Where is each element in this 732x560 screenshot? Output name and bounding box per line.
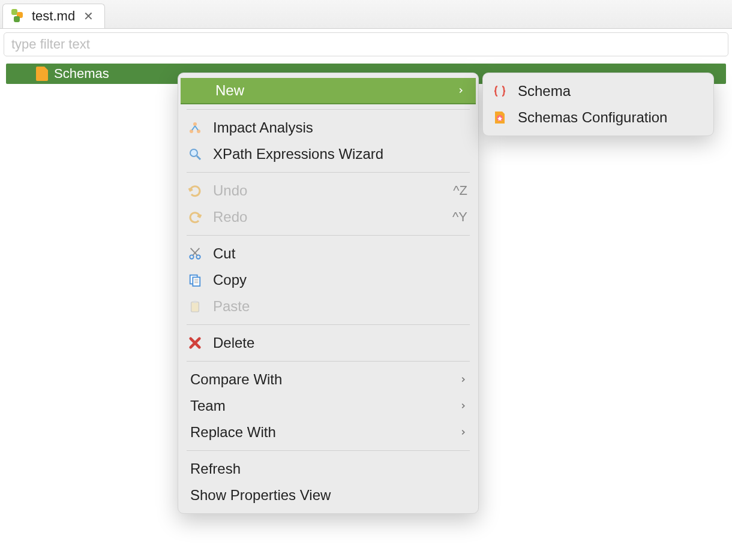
menu-separator bbox=[187, 361, 470, 362]
svg-point-5 bbox=[190, 255, 193, 258]
menu-item-label: Redo bbox=[213, 209, 443, 225]
tree-item-label: Schemas bbox=[54, 66, 109, 82]
menu-item-label: Refresh bbox=[190, 460, 467, 477]
menu-item-label: Show Properties View bbox=[190, 487, 467, 504]
context-submenu-new: Schema Schemas Configuration bbox=[482, 73, 714, 136]
impact-icon bbox=[187, 119, 203, 136]
chevron-right-icon bbox=[459, 399, 467, 413]
menu-item-label: Undo bbox=[213, 182, 443, 199]
tab-label: test.md bbox=[32, 8, 75, 24]
menu-item-delete[interactable]: Delete bbox=[178, 330, 478, 356]
menu-item-compare-with[interactable]: Compare With bbox=[178, 366, 478, 393]
context-menu: New Impact Analysis XPath Expressions Wi… bbox=[178, 73, 479, 514]
menu-item-impact-analysis[interactable]: Impact Analysis bbox=[178, 115, 478, 141]
chevron-right-icon bbox=[459, 426, 467, 439]
delete-icon bbox=[187, 335, 203, 351]
paste-icon bbox=[187, 298, 203, 315]
menu-separator bbox=[187, 324, 470, 325]
menu-shortcut: ^Z bbox=[453, 183, 467, 198]
menu-item-redo: Redo ^Y bbox=[178, 204, 478, 230]
svg-point-6 bbox=[196, 255, 200, 258]
menu-item-replace-with[interactable]: Replace With bbox=[178, 419, 478, 445]
cut-icon bbox=[187, 245, 203, 262]
filter-input[interactable] bbox=[4, 32, 728, 56]
menu-item-label: Replace With bbox=[190, 424, 449, 441]
file-icon bbox=[11, 9, 26, 23]
menu-item-paste: Paste bbox=[178, 293, 478, 320]
braces-icon bbox=[491, 83, 508, 100]
menu-shortcut: ^Y bbox=[452, 209, 467, 225]
menu-item-label: Delete bbox=[213, 335, 467, 351]
svg-rect-10 bbox=[193, 277, 200, 286]
submenu-item-schema[interactable]: Schema bbox=[483, 78, 713, 104]
menu-item-label: Compare With bbox=[190, 371, 449, 388]
menu-item-label: Copy bbox=[213, 272, 467, 288]
menu-item-label: XPath Expressions Wizard bbox=[213, 146, 467, 162]
menu-separator bbox=[187, 109, 470, 110]
menu-item-label: Team bbox=[190, 398, 449, 414]
tab-bar: test.md ✕ bbox=[0, 0, 732, 29]
menu-item-label: Impact Analysis bbox=[213, 119, 467, 136]
menu-item-new[interactable]: New bbox=[181, 78, 476, 104]
menu-item-team[interactable]: Team bbox=[178, 393, 478, 419]
menu-item-label: Paste bbox=[213, 298, 467, 315]
menu-item-label: Cut bbox=[213, 245, 467, 262]
svg-line-4 bbox=[197, 156, 200, 159]
menu-item-refresh[interactable]: Refresh bbox=[178, 456, 478, 482]
submenu-item-label: Schema bbox=[518, 83, 703, 100]
redo-icon bbox=[187, 209, 203, 225]
svg-point-0 bbox=[193, 122, 197, 126]
menu-separator bbox=[187, 450, 470, 451]
undo-icon bbox=[187, 182, 203, 199]
close-icon[interactable]: ✕ bbox=[81, 8, 96, 25]
menu-item-cut[interactable]: Cut bbox=[178, 240, 478, 267]
filter-bar bbox=[0, 29, 732, 60]
submenu-item-label: Schemas Configuration bbox=[518, 109, 703, 126]
menu-item-copy[interactable]: Copy bbox=[178, 267, 478, 293]
menu-item-show-properties[interactable]: Show Properties View bbox=[178, 482, 478, 508]
menu-item-xpath-wizard[interactable]: XPath Expressions Wizard bbox=[178, 141, 478, 167]
copy-icon bbox=[187, 272, 203, 288]
svg-rect-14 bbox=[191, 302, 199, 312]
chevron-right-icon bbox=[457, 84, 465, 98]
schemas-config-icon bbox=[491, 109, 508, 126]
search-icon bbox=[187, 146, 203, 162]
folder-icon bbox=[36, 67, 48, 81]
chevron-right-icon bbox=[459, 373, 467, 387]
svg-rect-15 bbox=[193, 301, 197, 303]
menu-separator bbox=[187, 172, 470, 173]
menu-item-label: New bbox=[215, 82, 447, 99]
submenu-item-schemas-config[interactable]: Schemas Configuration bbox=[483, 104, 713, 131]
menu-item-undo: Undo ^Z bbox=[178, 177, 478, 204]
menu-separator bbox=[187, 235, 470, 236]
tab-testmd[interactable]: test.md ✕ bbox=[2, 4, 105, 28]
svg-point-3 bbox=[190, 149, 197, 156]
